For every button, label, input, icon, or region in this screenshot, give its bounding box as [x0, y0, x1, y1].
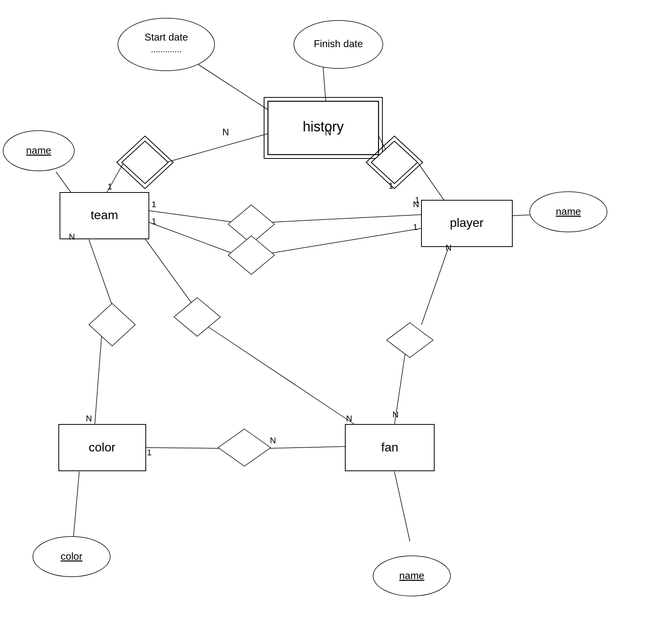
entity-fan-label: fan	[381, 440, 398, 454]
cardinality-player-fan-n: N	[445, 243, 452, 252]
svg-marker-34	[122, 141, 168, 184]
cardinality-fan-right-n: N	[392, 410, 399, 419]
cardinality-player-contract-1: 1	[413, 222, 418, 232]
entity-fan: fan	[345, 424, 434, 471]
attribute-start-date-dots: .............	[151, 44, 181, 54]
svg-marker-39	[228, 236, 275, 274]
cardinality-history-right-n: N	[325, 127, 331, 137]
er-diagram: history team player color fan Start date…	[0, 0, 672, 620]
svg-line-5	[418, 162, 445, 201]
relationship-player-fan	[387, 323, 433, 358]
cardinality-history-player-1: 1	[415, 195, 420, 205]
attribute-fan-name: name	[373, 556, 450, 596]
svg-marker-40	[89, 303, 135, 346]
relationship-history-team	[117, 136, 173, 189]
svg-line-10	[149, 222, 232, 253]
svg-line-11	[271, 228, 423, 253]
attribute-color: color	[33, 537, 110, 577]
relationship-contract	[228, 236, 275, 274]
attribute-team-name-label: name	[26, 145, 51, 156]
svg-line-16	[421, 247, 449, 325]
entity-player-label: player	[450, 216, 484, 230]
attribute-team-name: name	[3, 131, 74, 171]
svg-line-9	[271, 215, 423, 222]
svg-marker-43	[218, 429, 271, 466]
entity-history-label: history	[303, 119, 344, 135]
entity-team-label: team	[90, 208, 118, 222]
relationship-team-color	[89, 303, 135, 346]
attribute-player-name: name	[530, 192, 607, 232]
attribute-color-label: color	[61, 550, 83, 562]
entity-player: player	[421, 200, 512, 247]
cardinality-history-left-n: N	[222, 127, 229, 137]
attribute-finish-date: Finish date	[294, 20, 383, 68]
relationship-color-fan	[218, 429, 271, 466]
attribute-start-date: Start date .............	[118, 18, 215, 71]
svg-line-14	[137, 228, 193, 305]
cardinality-color-fan-n: N	[270, 436, 276, 445]
attribute-fan-name-label: name	[399, 570, 424, 581]
cardinality-team-top-1: 1	[107, 182, 112, 191]
svg-line-12	[89, 240, 112, 305]
svg-marker-42	[387, 323, 433, 358]
svg-line-18	[145, 448, 222, 448]
svg-line-8	[149, 211, 234, 222]
cardinality-team-plays-1: 1	[152, 199, 156, 209]
entity-history: history	[264, 97, 382, 158]
entity-color: color	[59, 424, 146, 471]
svg-line-20	[73, 472, 79, 537]
attribute-start-date-label: Start date	[145, 31, 188, 43]
svg-line-19	[267, 446, 348, 448]
cardinality-right-diamond-1: 1	[389, 181, 393, 191]
svg-line-21	[394, 472, 410, 541]
cardinality-team-n: N	[69, 232, 75, 242]
cardinality-color-n: N	[86, 414, 92, 423]
cardinality-color-fan-1: 1	[147, 448, 152, 457]
cardinality-fan-left-n: N	[346, 414, 352, 423]
svg-line-13	[95, 325, 102, 425]
svg-line-6	[56, 172, 72, 193]
attribute-finish-date-label: Finish date	[314, 38, 363, 49]
entity-color-label: color	[89, 440, 116, 454]
cardinality-team-contract-1: 1	[152, 216, 156, 226]
svg-line-15	[205, 325, 356, 425]
attribute-player-name-label: name	[556, 206, 581, 217]
svg-line-0	[197, 64, 275, 114]
